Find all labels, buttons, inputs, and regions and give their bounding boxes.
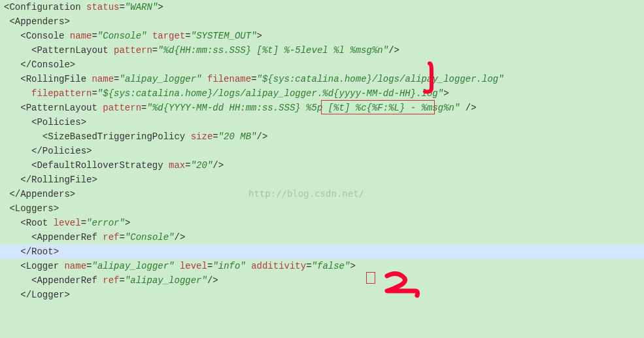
code-line: <Root level="error">: [0, 216, 644, 230]
highlight-box-2-small: [366, 272, 375, 284]
code-line: </Policies>: [0, 144, 644, 158]
code-line: <Policies>: [0, 115, 644, 129]
watermark-text: http://blog.csdn.net/: [248, 186, 364, 201]
code-line: <Configuration status="WARN">: [0, 0, 644, 14]
code-line: <Appenders>: [0, 14, 644, 29]
code-line: <AppenderRef ref="alipay_logger"/>: [0, 273, 644, 288]
code-line: <DefaultRolloverStrategy max="20"/>: [0, 158, 644, 173]
code-line: <AppenderRef ref="Console"/>: [0, 230, 644, 245]
code-line: <Loggers>: [0, 201, 644, 216]
code-line: </RollingFile>: [0, 173, 644, 187]
code-line: </Console>: [0, 58, 644, 72]
code-line: <Logger name="alipay_logger" level="info…: [0, 259, 644, 273]
code-line: <SizeBasedTriggeringPolicy size="20 MB"/…: [0, 129, 644, 144]
highlight-box-1: [321, 100, 435, 114]
code-line-highlighted: </Root>: [0, 245, 644, 259]
code-line: <PatternLayout pattern="%d{HH:mm:ss.SSS}…: [0, 43, 644, 58]
code-line: </Logger>: [0, 288, 644, 302]
code-line: filepattern="${sys:catalina.home}/logs/a…: [0, 86, 644, 101]
code-line: <RollingFile name="alipay_logger" filena…: [0, 72, 644, 86]
code-line: <Console name="Console" target="SYSTEM_O…: [0, 29, 644, 43]
